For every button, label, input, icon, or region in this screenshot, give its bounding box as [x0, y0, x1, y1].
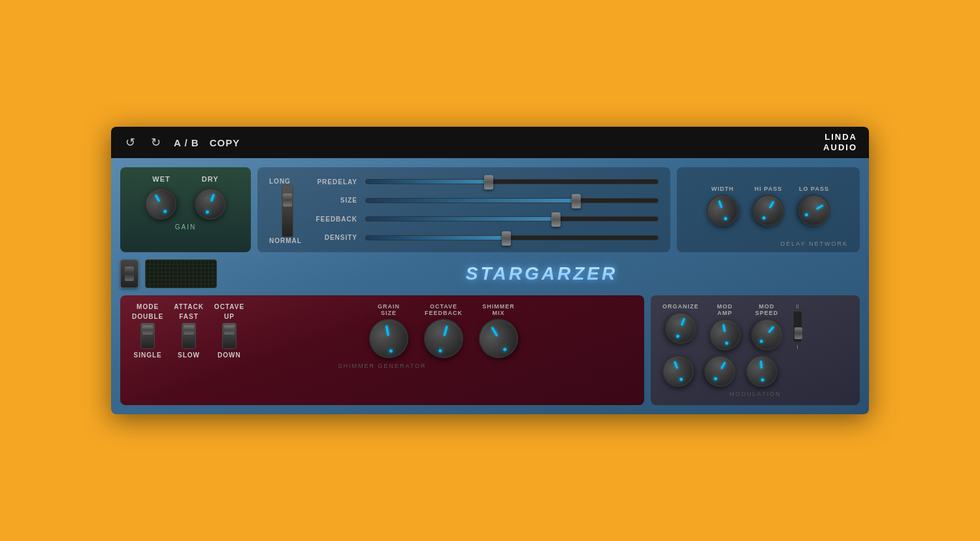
octave-thumb — [224, 325, 235, 335]
attack-toggle[interactable] — [182, 323, 196, 349]
organize-knob[interactable] — [661, 308, 701, 348]
octave-top-label: OCTAVE — [214, 303, 244, 310]
modulation-panel: ORGANIZE MOD AMP MOD SPEED — [651, 295, 860, 405]
attack-thumb — [184, 325, 194, 335]
mod-vertical-slider[interactable] — [793, 311, 802, 342]
mod-vertical-thumb — [794, 327, 802, 339]
display-box — [145, 259, 217, 288]
mod-knob-2a[interactable] — [658, 351, 698, 391]
width-label: WIDTH — [711, 186, 734, 192]
mod-knob-2c[interactable] — [745, 354, 779, 388]
organize-label: ORGANIZE — [662, 303, 699, 310]
mode-group: MODE DOUBLE SINGLE — [132, 303, 163, 359]
shimmer-knobs-area: GRAIN SIZE OCTAVE FEEDBACK SHIMMER MIX — [255, 303, 632, 358]
predelay-label: PREDELAY — [312, 178, 357, 186]
feedback-slider[interactable] — [365, 216, 659, 221]
plugin-body: WET DRY GAIN LONG — [111, 158, 869, 414]
mode-bottom-label: SINGLE — [134, 352, 162, 359]
gain-label: GAIN — [175, 223, 196, 231]
predelay-slider[interactable] — [365, 179, 659, 184]
attack-value-label: FAST — [179, 313, 199, 320]
delay-knobs: WIDTH HI PASS LO PASS — [689, 175, 848, 237]
lopass-knob[interactable] — [792, 189, 836, 232]
power-toggle[interactable] — [120, 259, 139, 288]
wet-knob-container — [145, 188, 176, 220]
long-normal-col: LONG NORMAL — [269, 175, 305, 244]
attack-group: ATTACK FAST SLOW — [174, 303, 204, 359]
density-row: DENSITY — [312, 234, 659, 241]
top-section: WET DRY GAIN LONG — [120, 167, 860, 252]
octave-feedback-knob[interactable] — [419, 314, 467, 362]
density-slider[interactable] — [365, 235, 659, 240]
mod-speed-label: MOD SPEED — [755, 303, 779, 316]
long-normal-thumb[interactable] — [283, 193, 292, 206]
mod-speed-knob[interactable] — [745, 312, 789, 357]
mod-amp-container: MOD AMP — [710, 303, 741, 350]
grain-size-label: GRAIN SIZE — [378, 303, 400, 316]
copy-button[interactable]: COPY — [210, 137, 240, 148]
mod-knob-2b[interactable] — [698, 350, 742, 393]
predelay-row: PREDELAY — [312, 178, 659, 186]
dry-knob[interactable] — [190, 184, 231, 224]
attack-bottom-label: SLOW — [178, 352, 200, 359]
mode-toggle[interactable] — [140, 323, 155, 349]
mode-value-label: DOUBLE — [132, 313, 163, 320]
middle-strip: STARGARZER — [120, 259, 860, 289]
mod-second-row: II I — [793, 303, 802, 350]
mod-speed-container: MOD SPEED — [751, 303, 783, 350]
octave-value-label: UP — [224, 313, 235, 320]
wet-knob[interactable] — [139, 182, 182, 225]
shimmer-section-label: SHIMMER GENERATOR — [132, 359, 632, 369]
v-label-i: I — [796, 344, 798, 350]
delay-panel: WIDTH HI PASS LO PASS DELAY NETWORK — [677, 167, 860, 252]
octave-toggle[interactable] — [222, 323, 237, 349]
predelay-thumb[interactable] — [484, 175, 493, 189]
octave-bottom-label: DOWN — [218, 352, 241, 359]
undo-button[interactable]: ↺ — [123, 134, 138, 151]
hipass-knob[interactable] — [747, 189, 790, 232]
organize-container: ORGANIZE — [662, 303, 699, 344]
brand-logo: LINDA AUDIO — [823, 132, 857, 152]
mod-top-row: ORGANIZE MOD AMP MOD SPEED — [662, 303, 848, 350]
delay-section-label: DELAY NETWORK — [689, 237, 848, 247]
size-row: SIZE — [312, 197, 659, 204]
mode-top-label: MODE — [137, 303, 159, 310]
power-toggle-inner — [125, 267, 134, 281]
octave-group: OCTAVE UP DOWN — [214, 303, 244, 359]
shimmer-mix-label: SHIMMER MIX — [482, 303, 515, 316]
grain-size-knob[interactable] — [366, 316, 412, 361]
display-grid — [146, 260, 216, 287]
shimmer-mix-knob[interactable] — [472, 312, 525, 365]
lopass-label: LO PASS — [799, 186, 829, 192]
shimmer-mix-container: SHIMMER MIX — [479, 303, 518, 358]
shimmer-panel: MODE DOUBLE SINGLE ATTACK FAST — [120, 295, 644, 405]
bottom-section: MODE DOUBLE SINGLE ATTACK FAST — [120, 295, 860, 405]
size-slider[interactable] — [365, 198, 659, 203]
sliders-panel: LONG NORMAL PREDELAY — [257, 167, 670, 252]
ab-label[interactable]: A / B — [174, 137, 199, 148]
dry-label: DRY — [202, 175, 219, 183]
top-bar-left: ↺ ↻ A / B COPY — [123, 134, 240, 151]
density-thumb[interactable] — [502, 231, 511, 246]
mod-amp-knob[interactable] — [707, 316, 743, 353]
octave-feedback-container: OCTAVE FEEDBACK — [424, 303, 463, 358]
size-thumb[interactable] — [572, 194, 581, 208]
size-label: SIZE — [312, 197, 357, 204]
feedback-row: FEEDBACK — [312, 216, 659, 223]
attack-top-label: ATTACK — [174, 303, 204, 310]
shimmer-top-row: MODE DOUBLE SINGLE ATTACK FAST — [132, 303, 632, 359]
mode-thumb — [142, 325, 153, 335]
dry-knob-container — [195, 188, 226, 220]
normal-label: NORMAL — [269, 237, 305, 244]
width-knob[interactable] — [702, 190, 743, 231]
redo-button[interactable]: ↻ — [148, 134, 163, 151]
plugin-container: ↺ ↻ A / B COPY LINDA AUDIO WET DRY — [111, 127, 869, 414]
sliders-col: PREDELAY SIZE — [312, 175, 659, 244]
long-label: LONG — [269, 178, 305, 185]
density-label: DENSITY — [312, 234, 357, 241]
width-knob-container: WIDTH — [707, 186, 738, 226]
octave-feedback-label: OCTAVE FEEDBACK — [425, 303, 463, 316]
top-bar: ↺ ↻ A / B COPY LINDA AUDIO — [111, 127, 869, 158]
feedback-thumb[interactable] — [551, 212, 561, 227]
plugin-title: STARGARZER — [223, 263, 860, 284]
